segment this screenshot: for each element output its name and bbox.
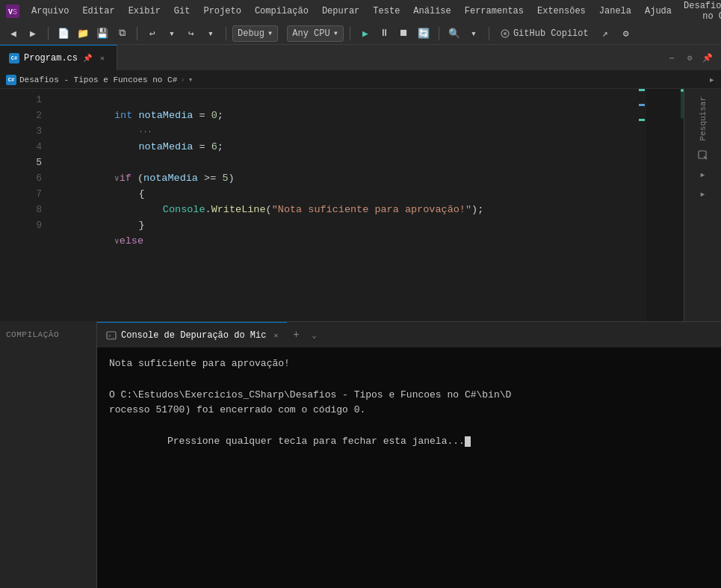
tab-pin-icon[interactable]: 📌 — [82, 53, 93, 64]
new-file-button[interactable]: 📄 — [55, 25, 72, 43]
menu-bar: Arquivo Editar Exibir Git Projeto Compil… — [25, 4, 678, 18]
breadcrumb-text[interactable]: Desafios - Tipos e Funcoes no C# — [19, 75, 177, 84]
console-line-5: Pressione qualquer tecla para fechar est… — [109, 418, 709, 465]
line-num-6: 6 — [10, 170, 42, 186]
redo-button[interactable]: ↪ — [182, 25, 200, 43]
toolbar-sep-4 — [350, 27, 350, 40]
search-button[interactable]: 🔍 — [445, 25, 463, 43]
menu-depurar[interactable]: Depurar — [316, 4, 365, 18]
title-bar: V S Arquivo Editar Exibir Git Projeto Co… — [0, 0, 721, 22]
app-layout: V S Arquivo Editar Exibir Git Projeto Co… — [0, 0, 721, 588]
tab-settings-button[interactable]: ⚙ — [682, 50, 697, 65]
right-panel-close-btn[interactable]: ▸ — [693, 166, 714, 182]
breadcrumb-bar: C# Desafios - Tipos e Funcoes no C# › ▾ … — [0, 71, 721, 89]
run-button[interactable]: ▶ — [356, 25, 374, 43]
tab-bar: C# Program.cs 📌 ✕ ⋯ ⚙ 📌 — [0, 45, 721, 71]
ruler-mark-3 — [639, 119, 645, 121]
svg-text:>_: >_ — [108, 333, 115, 339]
debug-console-label: Console de Depuração do Mic — [121, 330, 266, 341]
panel-chevron-button[interactable]: ⌄ — [305, 326, 323, 344]
right-panel-expand-btn[interactable]: ▸ — [693, 185, 714, 202]
code-editor[interactable]: int notaMedia = 0; ··· notaMedia = 6; ∨i… — [48, 89, 636, 321]
debug-console-tab[interactable]: >_ Console de Depuração do Mic ✕ — [97, 322, 287, 348]
back-button[interactable]: ◀ — [4, 25, 22, 43]
ruler-mark-2 — [639, 104, 645, 106]
line-num-3: 3 — [10, 123, 42, 139]
pause-button[interactable]: ⏸ — [376, 25, 394, 43]
menu-extensoes[interactable]: Extensões — [531, 4, 592, 18]
tab-pin-panel-button[interactable]: 📌 — [700, 50, 715, 65]
toolbar-sep-2 — [137, 27, 137, 40]
copilot-button[interactable]: GitHub Copilot — [495, 25, 593, 43]
cs-file-icon: C# — [9, 53, 19, 64]
minimap-bar-2 — [681, 89, 684, 92]
ruler-mark-1 — [639, 89, 645, 91]
stop-button[interactable]: ⏹ — [395, 25, 413, 43]
line-num-2: 2 — [10, 108, 42, 123]
menu-arquivo[interactable]: Arquivo — [25, 4, 75, 18]
menu-projeto[interactable]: Projeto — [197, 4, 247, 18]
menu-compilacao[interactable]: Compilação — [249, 4, 315, 18]
toolbar-sep-6 — [489, 27, 489, 40]
console-line-4: rocesso 51700) foi encerrado com o códig… — [109, 403, 709, 418]
menu-ferramentas[interactable]: Ferramentas — [459, 4, 530, 18]
console-line-3: O C:\Estudos\Exercicios_CSharp\Desafios … — [109, 388, 709, 403]
vs-logo: V S — [6, 4, 19, 18]
line-numbers: 1 2 3 4 5 6 7 8 9 — [10, 89, 48, 321]
menu-git[interactable]: Git — [168, 4, 197, 18]
platform-label: Any CPU — [292, 28, 329, 39]
breadcrumb-sep: › — [180, 75, 185, 84]
tab-filename: Program.cs — [24, 53, 78, 64]
compilacao-label: Compilação — [0, 327, 65, 342]
right-panel-search-btn[interactable] — [693, 146, 714, 163]
copilot-share-button[interactable]: ↗ — [596, 25, 614, 43]
menu-analise[interactable]: Análise — [407, 4, 457, 18]
toolbar-file-group: 📄 📁 💾 ⧉ — [55, 25, 131, 43]
tab-overflow-button[interactable]: ⋯ — [664, 50, 679, 65]
toolbar-sep-3 — [226, 27, 226, 40]
menu-editar[interactable]: Editar — [76, 4, 120, 18]
right-panel-label: Pesquisar — [696, 93, 711, 143]
panel-add-button[interactable]: + — [287, 326, 305, 344]
menu-ajuda[interactable]: Ajuda — [639, 4, 678, 18]
panel-header: >_ Console de Depuração do Mic ✕ + ⌄ — [97, 321, 721, 347]
save-all-button[interactable]: ⧉ — [113, 25, 131, 43]
debug-console-close[interactable]: ✕ — [273, 331, 278, 340]
restart-button[interactable]: 🔄 — [415, 25, 433, 43]
tab-close-icon[interactable]: ✕ — [97, 53, 108, 64]
forward-button[interactable]: ▶ — [24, 25, 42, 43]
platform-arrow: ▾ — [333, 28, 338, 39]
code-line-5: ∨if (notaMedia >= 5) — [48, 155, 636, 170]
gutter-left — [0, 89, 10, 321]
debug-mode-arrow: ▾ — [267, 28, 273, 39]
breadcrumb-right-btn[interactable]: ▸ — [709, 73, 715, 86]
redo-dropdown[interactable]: ▾ — [202, 25, 220, 43]
editor-main: 1 2 3 4 5 6 7 8 9 int notaMedia = 0; ··· — [0, 89, 721, 321]
menu-teste[interactable]: Teste — [367, 4, 406, 18]
window-title: Desafio...es no C# — [684, 1, 721, 22]
save-button[interactable]: 💾 — [93, 25, 111, 43]
line-num-5: 5 — [10, 155, 42, 170]
menu-exibir[interactable]: Exibir — [123, 4, 167, 18]
platform-dropdown[interactable]: Any CPU ▾ — [287, 25, 344, 42]
breadcrumb-dropdown[interactable]: ▾ — [188, 75, 194, 84]
bottom-section: Compilação >_ Console de Depuração do Mi… — [0, 321, 721, 588]
debug-mode-dropdown[interactable]: Debug ▾ — [232, 25, 278, 42]
menu-janela[interactable]: Janela — [593, 4, 637, 18]
console-output: Nota suficiente para aprovação! O C:\Est… — [97, 347, 721, 588]
undo-dropdown[interactable]: ▾ — [163, 25, 181, 43]
program-cs-tab[interactable]: C# Program.cs 📌 ✕ — [0, 45, 117, 71]
search-dropdown[interactable]: ▾ — [465, 25, 483, 43]
undo-button[interactable]: ↩ — [143, 25, 161, 43]
minimap — [646, 89, 684, 321]
console-line-2 — [109, 372, 709, 388]
toolbar-undo-group: ↩ ▾ ↪ ▾ — [143, 25, 220, 43]
copilot-settings-button[interactable]: ⚙ — [617, 25, 635, 43]
open-folder-button[interactable]: 📁 — [74, 25, 92, 43]
editor-section: C# Program.cs 📌 ✕ ⋯ ⚙ 📌 C# Desafios - Ti… — [0, 45, 721, 321]
overview-ruler — [636, 89, 646, 321]
tab-more-controls: ⋯ ⚙ 📌 — [664, 50, 721, 65]
cs-breadcrumb-icon: C# — [6, 75, 16, 85]
toolbar-row1: ◀ ▶ 📄 📁 💾 ⧉ ↩ ▾ ↪ ▾ Debug ▾ Any CPU ▾ — [0, 22, 721, 45]
code-line-1: int notaMedia = 0; — [48, 92, 636, 108]
